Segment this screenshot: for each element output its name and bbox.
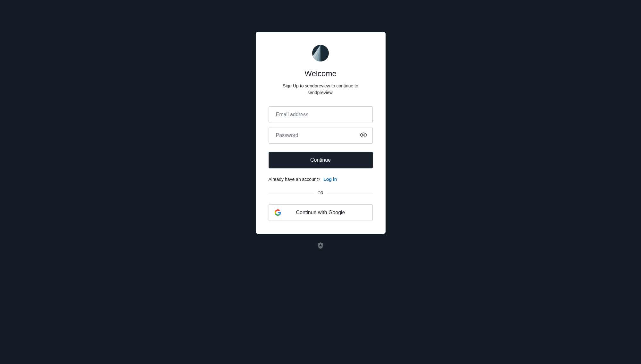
auth-provider-badge bbox=[317, 242, 324, 250]
password-input[interactable] bbox=[269, 127, 373, 144]
continue-with-google-button[interactable]: Continue with Google bbox=[269, 204, 373, 221]
google-icon bbox=[275, 209, 281, 216]
page-subtitle: Sign Up to sendpreview to continue to se… bbox=[269, 83, 373, 96]
email-input[interactable] bbox=[269, 106, 373, 123]
divider-label: OR bbox=[314, 191, 327, 195]
divider: OR bbox=[269, 191, 373, 195]
divider-line-right bbox=[327, 193, 373, 193]
app-logo bbox=[312, 45, 329, 61]
password-input-group bbox=[269, 127, 373, 144]
show-password-button[interactable] bbox=[359, 130, 368, 141]
login-prompt-row: Already have an account? Log in bbox=[269, 177, 373, 182]
email-input-group bbox=[269, 106, 373, 123]
eye-icon bbox=[360, 132, 367, 140]
login-link[interactable]: Log in bbox=[323, 177, 337, 182]
signup-card: Welcome Sign Up to sendpreview to contin… bbox=[256, 32, 386, 234]
svg-point-2 bbox=[362, 134, 364, 136]
login-prompt-text: Already have an account? bbox=[269, 177, 320, 182]
google-button-label: Continue with Google bbox=[296, 210, 345, 215]
divider-line-left bbox=[269, 193, 314, 193]
continue-button[interactable]: Continue bbox=[269, 152, 373, 168]
page-title: Welcome bbox=[304, 69, 337, 78]
